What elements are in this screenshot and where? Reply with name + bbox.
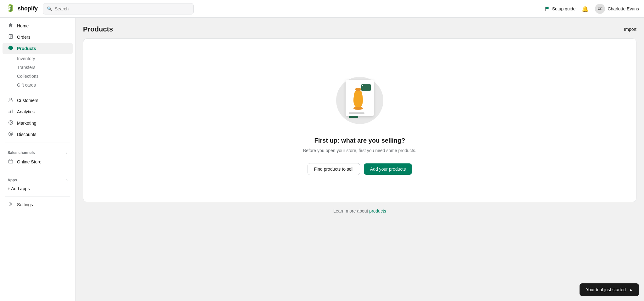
setup-guide-button[interactable]: Setup guide xyxy=(545,6,576,12)
search-icon: 🔍 xyxy=(47,6,52,11)
home-icon xyxy=(8,23,14,29)
svg-rect-9 xyxy=(12,110,12,113)
sidebar-item-orders-label: Orders xyxy=(17,35,31,40)
top-navigation: shopify 🔍 Setup guide 🔔 CE Charlotte Eva… xyxy=(0,0,644,18)
marketing-icon xyxy=(8,120,14,126)
empty-state-actions: Find products to sell Add your products xyxy=(308,163,412,175)
sidebar-item-inventory[interactable]: Inventory xyxy=(3,54,73,63)
orders-icon xyxy=(8,34,14,40)
sidebar-add-apps[interactable]: + Add apps xyxy=(3,184,73,194)
svg-rect-1 xyxy=(545,7,546,11)
svg-point-10 xyxy=(9,121,13,125)
sidebar-item-online-store[interactable]: Online Store xyxy=(3,156,73,168)
sidebar-item-marketing[interactable]: Marketing xyxy=(3,117,73,129)
sidebar-item-settings[interactable]: Settings xyxy=(3,199,73,210)
sales-channels-label: Sales channels xyxy=(8,150,35,155)
sidebar-item-gift-cards[interactable]: Gift cards xyxy=(3,81,73,89)
svg-line-14 xyxy=(9,132,12,135)
empty-state-heading: First up: what are you selling? xyxy=(314,137,405,144)
sidebar-item-discounts[interactable]: Discounts xyxy=(3,129,73,140)
svg-point-19 xyxy=(355,88,361,91)
nav-right: Setup guide 🔔 CE Charlotte Evans xyxy=(545,4,639,14)
nav-divider-4 xyxy=(5,196,70,196)
sidebar-item-collections-label: Collections xyxy=(17,74,38,79)
apps-label: Apps xyxy=(8,178,17,182)
products-icon xyxy=(8,45,14,52)
setup-guide-label: Setup guide xyxy=(552,6,576,11)
sidebar-item-home-label: Home xyxy=(17,23,29,28)
svg-point-16 xyxy=(10,203,12,205)
apps-section: Apps › xyxy=(0,173,75,184)
sidebar-item-home[interactable]: Home xyxy=(3,20,73,31)
svg-rect-8 xyxy=(10,111,11,113)
svg-point-22 xyxy=(362,85,363,86)
main-layout: Home Orders Products Inventory Transfers… xyxy=(0,18,644,301)
user-name: Charlotte Evans xyxy=(608,6,639,11)
empty-state-card: First up: what are you selling? Before y… xyxy=(83,38,636,202)
add-products-button[interactable]: Add your products xyxy=(364,163,412,175)
sidebar-item-products[interactable]: Products xyxy=(3,43,73,54)
nav-divider-1 xyxy=(5,92,70,92)
flag-icon xyxy=(545,6,550,12)
import-button[interactable]: Import xyxy=(624,27,636,32)
customers-icon xyxy=(8,97,14,104)
sidebar-item-online-store-label: Online Store xyxy=(17,159,42,164)
page-title: Products xyxy=(83,25,113,33)
sidebar-item-discounts-label: Discounts xyxy=(17,132,36,137)
sidebar-item-transfers[interactable]: Transfers xyxy=(3,63,73,72)
sidebar: Home Orders Products Inventory Transfers… xyxy=(0,18,75,301)
sidebar-item-orders[interactable]: Orders xyxy=(3,31,73,43)
sidebar-item-inventory-label: Inventory xyxy=(17,56,35,61)
logo: shopify xyxy=(5,4,38,14)
svg-point-11 xyxy=(10,122,12,123)
nav-divider-3 xyxy=(5,170,70,170)
add-apps-label: + Add apps xyxy=(8,186,30,191)
online-store-icon xyxy=(8,159,14,165)
sidebar-item-settings-label: Settings xyxy=(17,202,33,207)
svg-point-20 xyxy=(353,107,363,110)
find-products-button[interactable]: Find products to sell xyxy=(308,163,360,175)
trial-banner-label: Your trial just started xyxy=(586,287,626,292)
svg-rect-24 xyxy=(349,116,358,118)
user-menu[interactable]: CE Charlotte Evans xyxy=(595,4,639,14)
trial-banner[interactable]: Your trial just started ▲ xyxy=(580,283,639,296)
nav-divider-2 xyxy=(5,143,70,143)
trial-banner-chevron-icon: ▲ xyxy=(629,287,633,292)
sidebar-item-analytics-label: Analytics xyxy=(17,109,35,114)
sidebar-item-marketing-label: Marketing xyxy=(17,121,36,126)
page-header: Products Import xyxy=(83,25,636,33)
analytics-icon xyxy=(8,109,14,115)
sidebar-item-customers-label: Customers xyxy=(17,98,38,103)
product-illustration xyxy=(328,66,391,127)
user-avatar: CE xyxy=(595,4,605,14)
logo-text: shopify xyxy=(18,5,38,12)
sidebar-item-transfers-label: Transfers xyxy=(17,65,36,70)
svg-rect-15 xyxy=(9,160,13,163)
sidebar-item-gift-cards-label: Gift cards xyxy=(17,82,36,88)
apps-chevron-icon[interactable]: › xyxy=(66,178,68,182)
sales-channels-section: Sales channels › xyxy=(0,145,75,156)
search-input[interactable] xyxy=(55,6,190,11)
discounts-icon xyxy=(8,131,14,138)
content-area: Products Import xyxy=(75,18,644,301)
sidebar-item-collections[interactable]: Collections xyxy=(3,72,73,81)
learn-more-text: Learn more about xyxy=(333,208,369,213)
svg-rect-23 xyxy=(349,112,364,114)
learn-more-products-link[interactable]: products xyxy=(369,208,386,213)
svg-rect-7 xyxy=(9,112,9,113)
sidebar-item-analytics[interactable]: Analytics xyxy=(3,106,73,117)
sales-channels-chevron-icon[interactable]: › xyxy=(66,150,68,155)
notifications-bell-icon[interactable]: 🔔 xyxy=(582,5,589,12)
learn-more-section: Learn more about products xyxy=(83,208,636,213)
sidebar-item-products-label: Products xyxy=(17,46,36,51)
empty-state-subheading: Before you open your store, first you ne… xyxy=(303,148,416,153)
settings-icon xyxy=(8,202,14,208)
sidebar-item-customers[interactable]: Customers xyxy=(3,95,73,106)
search-bar[interactable]: 🔍 xyxy=(43,3,194,14)
